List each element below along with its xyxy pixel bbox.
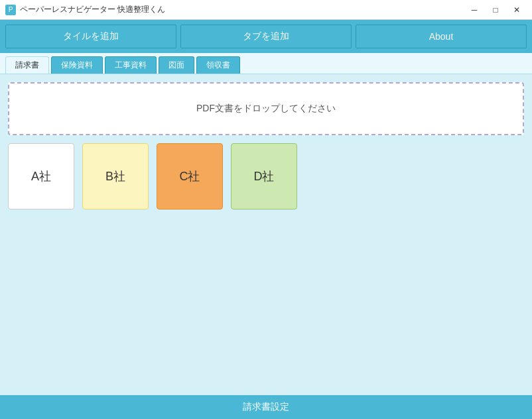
add-tab-button[interactable]: タブを追加 (180, 25, 352, 48)
tab-4[interactable]: 領収書 (196, 56, 240, 74)
tile-1[interactable]: B社 (82, 143, 149, 210)
minimize-button[interactable]: ─ (464, 3, 484, 17)
app-icon: P (5, 5, 16, 15)
maximize-button[interactable]: □ (486, 3, 505, 17)
tab-2[interactable]: 工事資料 (105, 56, 157, 74)
tiles-area: A社B社C社D社 (8, 143, 524, 210)
add-tile-button[interactable]: タイルを追加 (5, 25, 176, 48)
tile-3[interactable]: D社 (231, 143, 297, 210)
bottom-bar-label: 請求書設定 (243, 401, 289, 413)
bottom-bar: 請求書設定 (0, 395, 532, 419)
drop-zone[interactable]: PDF文書をドロップしてください (8, 82, 524, 135)
title-bar-left: P ペーパーレスナビゲーター 快適整理くん (5, 4, 165, 15)
toolbar: タイルを追加 タブを追加 About (0, 20, 532, 53)
close-button[interactable]: ✕ (507, 3, 527, 17)
main-content: PDF文書をドロップしてください A社B社C社D社 (0, 74, 532, 395)
tabs-row: 請求書保険資料工事資料図面領収書 (0, 53, 532, 74)
tab-3[interactable]: 図面 (159, 56, 194, 74)
drop-zone-label: PDF文書をドロップしてください (196, 103, 336, 115)
about-button[interactable]: About (356, 25, 527, 48)
tile-2[interactable]: C社 (157, 143, 223, 210)
title-bar-controls: ─ □ ✕ (464, 3, 527, 17)
tab-1[interactable]: 保険資料 (51, 56, 103, 74)
tab-0[interactable]: 請求書 (5, 56, 49, 74)
title-bar: P ペーパーレスナビゲーター 快適整理くん ─ □ ✕ (0, 0, 532, 20)
tile-0[interactable]: A社 (8, 143, 74, 210)
app-title: ペーパーレスナビゲーター 快適整理くん (20, 4, 165, 15)
